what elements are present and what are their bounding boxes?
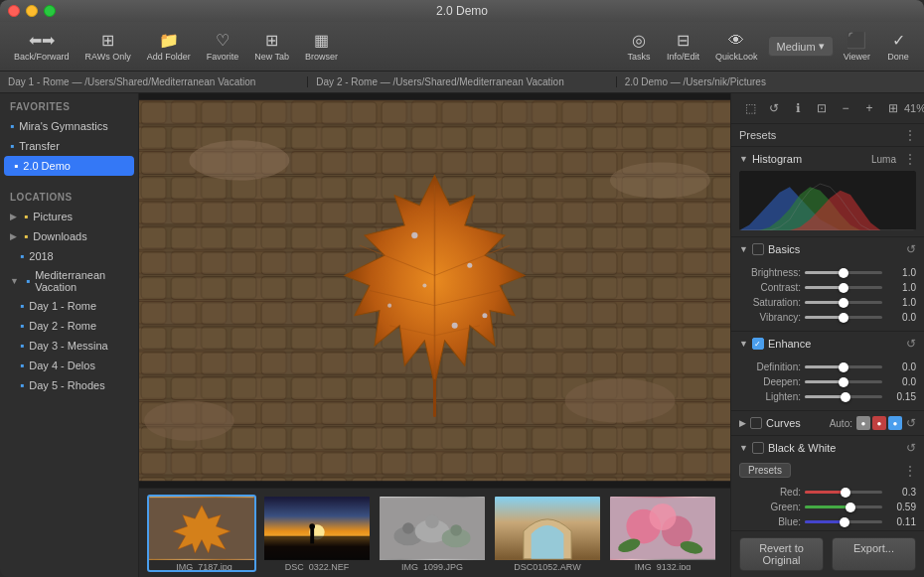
quicklook-button[interactable]: 👁 QuickLook — [709, 28, 764, 66]
sidebar-item-day3[interactable]: ▪ Day 3 - Messina — [0, 336, 138, 356]
minimize-button[interactable] — [26, 5, 38, 17]
crop-icon[interactable]: ⬚ — [739, 97, 761, 119]
zoom-fit-icon[interactable]: ⊡ — [811, 97, 833, 119]
revert-button[interactable]: Revert to Original — [739, 537, 824, 571]
curves-checkbox[interactable] — [750, 417, 762, 429]
curves-luma-btn[interactable]: ● — [856, 416, 870, 430]
zoom-in-icon[interactable]: + — [858, 97, 880, 119]
vibrancy-slider[interactable] — [805, 316, 882, 319]
histogram-options-icon[interactable]: ⋮ — [904, 152, 916, 166]
svg-point-39 — [450, 524, 462, 536]
filmstrip-item-4[interactable]: DSC01052.ARW — [493, 495, 602, 572]
svg-point-26 — [482, 313, 487, 318]
raws-only-button[interactable]: ⊞ RAWs Only — [79, 27, 137, 66]
titlebar: 2.0 Demo — [0, 0, 924, 22]
sidebar-item-label: 2018 — [29, 250, 53, 262]
enhance-reset-icon[interactable]: ↺ — [906, 337, 916, 351]
bw-checkbox[interactable] — [752, 442, 764, 454]
histogram-section: ▼ Histogram Luma ⋮ — [731, 147, 924, 237]
sidebar-item-2018[interactable]: ▪ 2018 — [0, 246, 138, 266]
curves-reset-icon[interactable]: ↺ — [906, 416, 916, 430]
lighten-slider[interactable] — [805, 395, 882, 398]
close-button[interactable] — [8, 5, 20, 17]
definition-slider[interactable] — [805, 365, 882, 368]
sidebar-item-gymnastics[interactable]: ▪ Mira's Gymnastics — [0, 116, 138, 136]
brightness-slider[interactable] — [805, 271, 882, 274]
folder-icon: ▪ — [20, 319, 24, 333]
fullscreen-button[interactable] — [44, 5, 56, 17]
bw-blue-slider[interactable] — [805, 520, 882, 523]
sidebar-item-transfer[interactable]: ▪ Transfer — [0, 136, 138, 156]
content-area: _IMG_7187.jpg — [139, 93, 730, 577]
sidebar-item-downloads[interactable]: ▶ ▪ Downloads — [0, 226, 138, 246]
filmstrip-item-2[interactable]: DSC_0322.NEF — [262, 495, 372, 572]
presets-options-icon[interactable]: ⋮ — [904, 128, 916, 142]
main-area: FAVORITES ▪ Mira's Gymnastics ▪ Transfer… — [0, 93, 924, 577]
enhance-checkbox[interactable]: ✓ — [752, 338, 764, 350]
thumbnail-size-button[interactable]: Medium ▾ — [768, 36, 834, 57]
zoom-percentage: 41% — [904, 102, 924, 114]
zoom-out-icon[interactable]: − — [835, 97, 856, 119]
thumb-image-4 — [495, 497, 600, 560]
svg-point-32 — [309, 523, 315, 529]
histogram-header[interactable]: ▼ Histogram Luma ⋮ — [731, 147, 924, 171]
sidebar-item-demo[interactable]: ▪ 2.0 Demo — [4, 156, 134, 176]
sidebar-item-pictures[interactable]: ▶ ▪ Pictures — [0, 207, 138, 226]
filmstrip-item-5[interactable]: IMG_9132.jpg — [608, 495, 717, 572]
sidebar-item-day4[interactable]: ▪ Day 4 - Delos — [0, 356, 138, 375]
bw-body: Red: 0.3 Green: 0.59 — [731, 481, 924, 530]
filmstrip-item-3[interactable]: IMG_1099.JPG — [378, 495, 487, 572]
pathbar-segment-2: Day 2 - Rome — /Users/Shared/Mediterrane… — [308, 76, 616, 87]
panel-scroll[interactable]: Presets ⋮ ▼ Histogram Luma ⋮ — [731, 124, 924, 530]
black-white-header[interactable]: ▼ Black & White ↺ — [731, 436, 924, 460]
info-icon[interactable]: ℹ — [787, 97, 809, 119]
browser-button[interactable]: ▦ Browser — [299, 27, 344, 66]
sidebar-item-mediterranean[interactable]: ▼ ▪ Mediterranean Vacation — [0, 266, 138, 296]
vibrancy-value: 0.0 — [886, 312, 916, 323]
basics-reset-icon[interactable]: ↺ — [906, 242, 916, 256]
back-forward-button[interactable]: ⬅➡ Back/Forward — [8, 27, 76, 66]
bw-presets-options-icon[interactable]: ⋮ — [904, 464, 916, 478]
svg-point-12 — [144, 400, 234, 440]
filmstrip: _IMG_7187.jpg — [139, 488, 730, 577]
enhance-toggle-icon: ▼ — [739, 339, 748, 349]
brightness-value: 1.0 — [886, 267, 916, 278]
export-button[interactable]: Export... — [832, 537, 916, 571]
contrast-row: Contrast: 1.0 — [739, 280, 916, 295]
sidebar-item-label: Downloads — [33, 230, 86, 242]
contrast-slider[interactable] — [805, 286, 882, 289]
sidebar-item-day1[interactable]: ▪ Day 1 - Rome — [0, 296, 138, 316]
sidebar-item-day5[interactable]: ▪ Day 5 - Rhodes — [0, 375, 138, 395]
rotate-icon[interactable]: ↺ — [763, 97, 785, 119]
basics-header[interactable]: ▼ Basics ↺ — [731, 237, 924, 261]
deepen-slider[interactable] — [805, 380, 882, 383]
svg-point-11 — [610, 162, 710, 198]
basics-checkbox[interactable] — [752, 243, 764, 255]
add-folder-button[interactable]: 📁 Add Folder — [141, 27, 197, 66]
curves-blue-btn[interactable]: ● — [888, 416, 902, 430]
bw-blue-label: Blue: — [739, 516, 801, 527]
thumb-image-3 — [380, 497, 485, 560]
filmstrip-item-1[interactable]: _IMG_7187.jpg — [147, 495, 256, 572]
bw-red-slider[interactable] — [805, 491, 882, 494]
enhance-header[interactable]: ▼ ✓ Enhance ↺ — [731, 332, 924, 356]
favorite-button[interactable]: ♡ Favorite — [201, 27, 245, 66]
sidebar-item-day2[interactable]: ▪ Day 2 - Rome — [0, 316, 138, 336]
bw-green-slider[interactable] — [805, 505, 882, 508]
viewer-button[interactable]: ⬛ Viewer — [838, 27, 876, 66]
done-button[interactable]: ✓ Done — [880, 27, 916, 66]
window-title: 2.0 Demo — [436, 4, 488, 18]
curves-red-btn[interactable]: ● — [872, 416, 886, 430]
bw-green-label: Green: — [739, 502, 801, 512]
saturation-value: 1.0 — [886, 297, 916, 308]
image-viewer[interactable] — [139, 93, 730, 488]
bw-reset-icon[interactable]: ↺ — [906, 441, 916, 455]
saturation-slider[interactable] — [805, 301, 882, 304]
new-tab-button[interactable]: ⊞ New Tab — [248, 27, 295, 66]
tasks-button[interactable]: ◎ Tasks — [621, 27, 657, 66]
curves-header[interactable]: ▶ Curves Auto: ● ● ● ↺ — [731, 411, 924, 435]
actual-size-icon[interactable]: ⊞ — [882, 97, 904, 119]
edit-toolbar: ⬚ ↺ ℹ ⊡ − + ⊞ 41% — [731, 93, 924, 124]
bw-presets-button[interactable]: Presets — [739, 463, 791, 478]
info-edit-button[interactable]: ⊟ Info/Edit — [661, 27, 705, 66]
